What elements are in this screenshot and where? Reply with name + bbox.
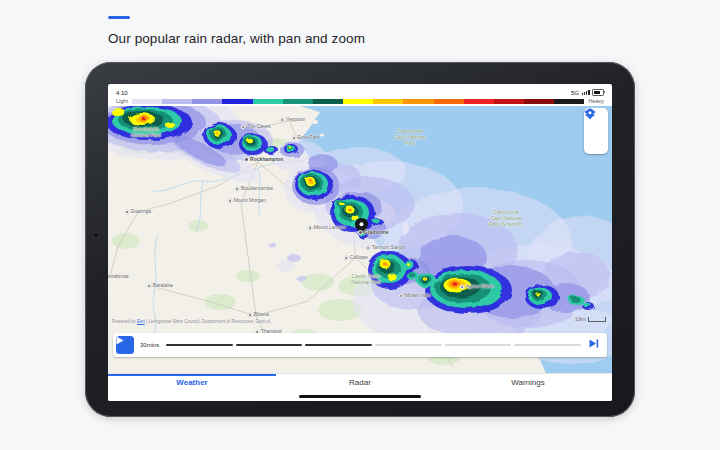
legend-light-label: Light: [116, 98, 128, 104]
legend-segment-6: [283, 99, 313, 104]
status-icons: 5G: [571, 89, 604, 96]
tablet-screen: 4:10 5G Light Heavy: [108, 84, 612, 401]
legend-segment-2: [162, 99, 192, 104]
legend-segment-5: [253, 99, 283, 104]
home-indicator[interactable]: [299, 395, 421, 399]
page: Our popular rain radar, with pan and zoo…: [0, 0, 720, 450]
legend-segment-10: [403, 99, 433, 104]
legend-segment-11: [434, 99, 464, 104]
skip-to-latest-button[interactable]: [589, 339, 602, 351]
timeline-track[interactable]: [166, 344, 581, 347]
radar-timeline: 30mins: [113, 333, 607, 357]
legend-segment-14: [524, 99, 554, 104]
legend-segment-13: [494, 99, 524, 104]
legend-heavy-label: Heavy: [588, 98, 604, 104]
tablet-camera: [94, 233, 98, 237]
map-scale: 10km: [575, 317, 606, 322]
legend-segment-12: [464, 99, 494, 104]
active-tab-indicator: [108, 374, 276, 376]
status-bar: 4:10 5G: [108, 84, 612, 96]
legend-segment-4: [222, 99, 252, 104]
radar-map[interactable]: The CavesYeppoonEmu ParkRockhamptonBould…: [108, 106, 612, 373]
rain-intensity-legend: Light Heavy: [108, 96, 612, 106]
legend-segment-3: [192, 99, 222, 104]
battery-icon: [592, 89, 604, 96]
esri-link[interactable]: Esri: [137, 319, 145, 324]
map-attribution: Powered by Esri | Livingstone Shire Coun…: [112, 319, 274, 324]
play-button[interactable]: [116, 336, 134, 354]
map-controls: [584, 108, 608, 154]
tab-radar[interactable]: Radar: [276, 378, 444, 394]
timeline-duration-label: 30mins: [140, 333, 159, 357]
timeline-segment-3[interactable]: [305, 344, 372, 347]
legend-segment-15: [554, 99, 584, 104]
timeline-segment-2[interactable]: [236, 344, 303, 347]
tab-warnings[interactable]: Warnings: [444, 378, 612, 394]
play-icon: [116, 336, 124, 345]
legend-segment-8: [343, 99, 373, 104]
scale-label: 10km: [575, 317, 586, 322]
my-location-button[interactable]: [586, 132, 606, 152]
tab-weather[interactable]: Weather: [108, 378, 276, 394]
keppel-island-2: [320, 133, 325, 136]
legend-segment-9: [373, 99, 403, 104]
header-accent-dash: [108, 16, 130, 19]
skip-forward-icon: [589, 339, 599, 348]
legend-color-bar: [132, 99, 584, 104]
page-title: Our popular rain radar, with pan and zoo…: [108, 31, 365, 46]
timeline-segment-1[interactable]: [166, 344, 233, 347]
timeline-segment-6[interactable]: [514, 344, 581, 347]
status-network-label: 5G: [571, 90, 579, 96]
tablet-device-frame: 4:10 5G Light Heavy: [85, 62, 635, 417]
keppel-island: [312, 120, 318, 124]
legend-segment-7: [313, 99, 343, 104]
bottom-tab-bar: WeatherRadarWarnings: [108, 373, 612, 401]
location-icon: [584, 108, 596, 120]
scale-bar: [588, 317, 606, 322]
legend-segment-1: [132, 99, 162, 104]
signal-icon: [582, 90, 590, 95]
timeline-segment-5[interactable]: [445, 344, 512, 347]
timeline-segment-4[interactable]: [375, 344, 442, 347]
